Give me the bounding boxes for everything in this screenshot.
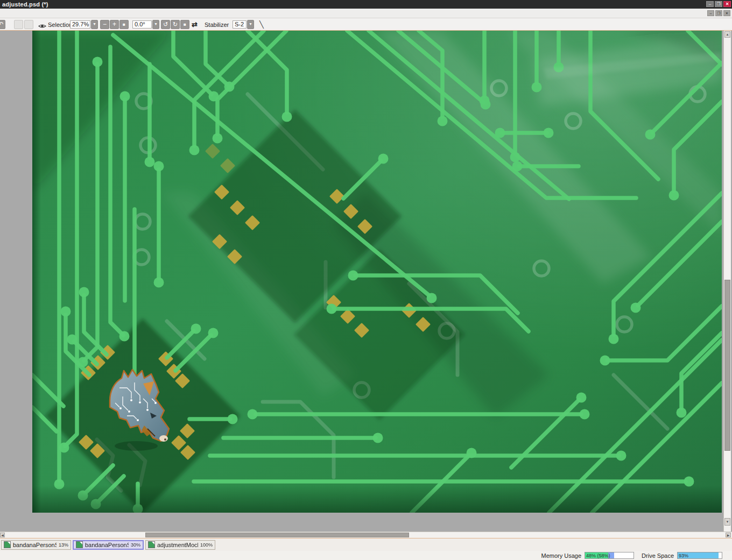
memory-usage-bar: 48% (58%) bbox=[585, 552, 634, 559]
doc-minimize-button[interactable]: – bbox=[707, 10, 714, 16]
toolbar: ↶ Selection 29.7% ▾ − + ■ 0.0° ▾ ↺ ↻ ■ ⇄… bbox=[0, 18, 732, 31]
zoom-dropdown-icon[interactable]: ▾ bbox=[91, 20, 98, 29]
window-controls: – ❐ ✕ bbox=[706, 1, 731, 7]
rotate-ccw-icon[interactable]: ↺ bbox=[161, 20, 170, 29]
stabilizer-dropdown-icon[interactable]: ▾ bbox=[247, 20, 254, 29]
tab-label: bandanaPersonSiz... bbox=[85, 542, 129, 548]
scroll-up-icon[interactable]: ▲ bbox=[724, 31, 730, 38]
vertical-scrollbar[interactable]: ▲ ▼ bbox=[723, 31, 731, 531]
drive-space-bar: 93% bbox=[677, 552, 722, 559]
window-titlebar: adjusted.psd (*) – ❐ ✕ bbox=[0, 0, 732, 9]
horizontal-scrollbar-thumb[interactable] bbox=[145, 533, 409, 537]
undo-icon[interactable]: ↶ bbox=[0, 20, 5, 29]
zoom-in-button[interactable]: + bbox=[110, 20, 119, 29]
angle-dropdown-icon[interactable]: ▾ bbox=[152, 20, 159, 29]
line-tool-icon[interactable]: ╲ bbox=[259, 20, 264, 29]
memory-usage-label: Memory Usage bbox=[541, 552, 582, 559]
restore-button[interactable]: ❐ bbox=[715, 1, 722, 7]
disabled-tool-button-1 bbox=[14, 20, 23, 29]
document-tab-1[interactable]: bandanaPersonSiz...13% bbox=[1, 540, 71, 550]
angle-value-field[interactable]: 0.0° bbox=[132, 20, 152, 29]
canvas-image bbox=[32, 31, 722, 513]
flip-horizontal-icon[interactable]: ⇄ bbox=[192, 20, 198, 29]
workspace: ▲ ▼ bbox=[0, 31, 732, 531]
document-window-bar: – ❐ ✕ bbox=[0, 9, 732, 18]
scroll-down-icon[interactable]: ▼ bbox=[724, 518, 730, 526]
horizontal-scrollbar[interactable]: ◀ ▶ bbox=[0, 531, 732, 538]
document-tab-3[interactable]: adjustmentMocku...100% bbox=[145, 540, 215, 550]
memory-usage-value: 48% (58%) bbox=[586, 553, 610, 558]
document-tab-2[interactable]: bandanaPersonSiz...30% bbox=[73, 540, 144, 550]
window-title: adjusted.psd (*) bbox=[0, 1, 48, 8]
doc-close-button[interactable]: ✕ bbox=[723, 10, 730, 16]
eye-icon[interactable] bbox=[38, 22, 46, 31]
document-tabs-bar: bandanaPersonSiz...13%bandanaPersonSiz..… bbox=[0, 538, 732, 551]
document-thumbnail-icon bbox=[76, 541, 83, 548]
minimize-button[interactable]: – bbox=[706, 1, 714, 7]
document-thumbnail-icon bbox=[4, 541, 11, 548]
fabric-bottom-shade bbox=[32, 486, 722, 513]
document-thumbnail-icon bbox=[148, 541, 155, 548]
selection-label: Selection bbox=[48, 22, 72, 28]
tab-zoom-level: 13% bbox=[59, 542, 68, 548]
disabled-tool-button-2 bbox=[24, 20, 33, 29]
scroll-left-icon[interactable]: ◀ bbox=[0, 533, 5, 537]
zoom-out-button[interactable]: − bbox=[100, 20, 109, 29]
tab-label: bandanaPersonSiz... bbox=[13, 542, 57, 548]
status-bar: Memory Usage 48% (58%) Drive Space 93% bbox=[0, 551, 732, 560]
rotate-cw-icon[interactable]: ↻ bbox=[171, 20, 180, 29]
fabric-left-shade bbox=[32, 31, 41, 513]
rotate-reset-button[interactable]: ■ bbox=[180, 20, 189, 29]
scroll-right-icon[interactable]: ▶ bbox=[726, 533, 731, 537]
zoom-reset-button[interactable]: ■ bbox=[119, 20, 129, 29]
tab-zoom-level: 30% bbox=[131, 542, 140, 548]
close-button[interactable]: ✕ bbox=[723, 1, 731, 7]
document-window-controls: – ❐ ✕ bbox=[707, 10, 730, 16]
vertical-scrollbar-thumb[interactable] bbox=[724, 280, 730, 451]
doc-restore-button[interactable]: ❐ bbox=[715, 10, 722, 16]
drive-space-label: Drive Space bbox=[642, 552, 674, 559]
stabilizer-label: Stabilizer bbox=[205, 22, 229, 28]
drive-space-value: 93% bbox=[679, 553, 688, 558]
zoom-value-field[interactable]: 29.7% bbox=[70, 20, 90, 29]
tab-label: adjustmentMocku... bbox=[157, 542, 198, 548]
canvas[interactable] bbox=[32, 31, 722, 513]
tab-zoom-level: 100% bbox=[200, 542, 213, 548]
stabilizer-value-field[interactable]: S-2 bbox=[233, 20, 247, 29]
